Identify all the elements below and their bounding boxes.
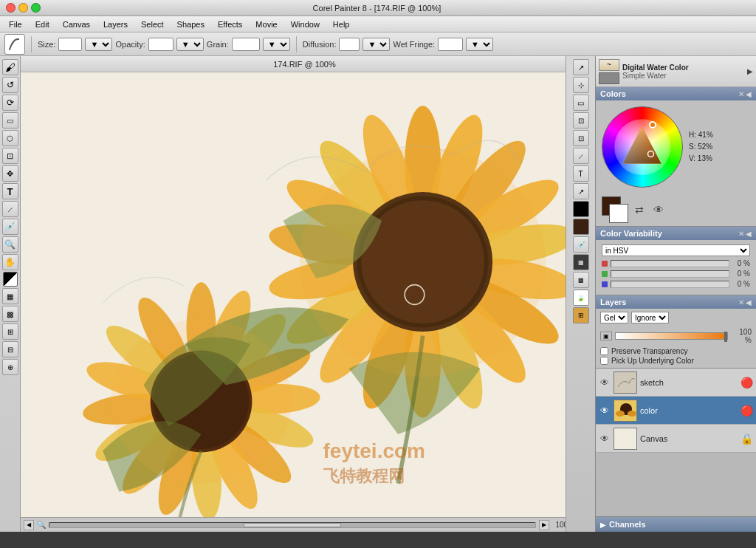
diffusion-input[interactable]: 0 — [339, 38, 360, 51]
menu-edit[interactable]: Edit — [30, 18, 55, 30]
canvas-tool-6[interactable]: ⟋ — [573, 148, 589, 164]
pick-up-checkbox[interactable] — [600, 357, 608, 365]
preserve-transparency-label: Preserve Transparency — [611, 347, 687, 355]
transform-tool[interactable]: ⟳ — [2, 95, 18, 111]
menu-window[interactable]: Window — [285, 18, 326, 30]
color-var-icons: ✕ ◀ — [738, 230, 752, 238]
opacity-dropdown[interactable]: ▼ — [176, 38, 204, 51]
size-input[interactable]: 8.3 — [58, 38, 82, 51]
nozzle-tool[interactable]: ⊟ — [2, 341, 18, 357]
move-tool[interactable]: ✥ — [2, 165, 18, 182]
close-button[interactable] — [6, 3, 16, 13]
scroll-right-btn[interactable]: ▶ — [539, 520, 549, 530]
diffusion-dropdown[interactable]: ▼ — [362, 38, 390, 51]
cv-mode-select[interactable]: in HSV — [602, 244, 750, 256]
cv-s-slider[interactable] — [611, 270, 729, 278]
colors-panel-options[interactable]: ◀ — [746, 90, 752, 98]
layers-panel-header[interactable]: Layers ✕ ◀ — [596, 295, 756, 309]
scroll-track-h[interactable] — [49, 522, 536, 528]
scroll-left-btn[interactable]: ◀ — [24, 520, 34, 530]
selection-lasso-tool[interactable]: ⬡ — [2, 130, 18, 146]
menu-movie[interactable]: Movie — [250, 18, 283, 30]
opacity-select[interactable]: ▼ — [85, 38, 112, 51]
wet-fringe-input[interactable]: 18% — [438, 38, 463, 51]
hand-tool[interactable]: ✋ — [2, 254, 18, 270]
canvas-tool-8[interactable]: ↗ — [573, 183, 589, 199]
grain-input[interactable]: 100% — [232, 38, 260, 51]
layer-eye-sketch[interactable]: 👁 — [599, 377, 611, 388]
color-triangle[interactable] — [619, 123, 667, 171]
canvas-color-1[interactable] — [573, 201, 589, 217]
canvas-brush-2[interactable]: ⊞ — [573, 307, 589, 323]
color-var-close[interactable]: ✕ — [738, 230, 744, 238]
gradient-tool[interactable]: ▦ — [2, 288, 18, 304]
foreground-background-color[interactable] — [602, 196, 628, 223]
layer-item-sketch[interactable]: 👁 sketch 🔴 — [596, 369, 756, 397]
maximize-button[interactable] — [31, 3, 41, 13]
layer-eye-color[interactable]: 👁 — [599, 405, 611, 417]
channels-bar[interactable]: ▶ Channels — [596, 517, 756, 532]
color-var-options[interactable]: ◀ — [746, 230, 752, 238]
canvas-tool-3[interactable]: ▭ — [573, 95, 589, 111]
colors-panel-close[interactable]: ✕ — [738, 90, 744, 98]
blend-mode-select[interactable]: Gel — [600, 312, 628, 323]
magnifier-tool[interactable]: 🔍 — [2, 236, 18, 253]
menu-effects[interactable]: Effects — [212, 18, 248, 30]
text-tool[interactable]: T — [2, 183, 18, 199]
crop-tool[interactable]: ⊡ — [2, 148, 18, 164]
layer-opacity-slider[interactable] — [615, 332, 728, 340]
canvas-tool-7[interactable]: T — [573, 165, 589, 182]
opacity-input[interactable]: 29% — [148, 38, 173, 51]
layers-panel-options[interactable]: ◀ — [746, 298, 752, 306]
channels-toggle[interactable]: ▶ — [600, 521, 606, 529]
menu-canvas[interactable]: Canvas — [57, 18, 96, 30]
brush-thumb2[interactable] — [599, 72, 619, 84]
pen-tool[interactable]: ⟋ — [2, 201, 18, 217]
canvas-eyedrop[interactable]: 💉 — [573, 236, 589, 253]
canvas-fill-1[interactable]: ▦ — [573, 254, 589, 270]
weave-tool[interactable]: ⊞ — [2, 323, 18, 340]
eyedropper-tool[interactable]: 💉 — [2, 219, 18, 235]
color-wheel[interactable] — [602, 106, 683, 188]
grain-dropdown[interactable]: ▼ — [263, 38, 290, 51]
color-var-header[interactable]: Color Variability ✕ ◀ — [596, 227, 756, 240]
canvas-color-2[interactable] — [573, 219, 589, 235]
wet-fringe-dropdown[interactable]: ▼ — [466, 38, 493, 51]
rotate-tool[interactable]: ↺ — [2, 77, 18, 93]
canvas-tool-2[interactable]: ⊹ — [573, 77, 589, 93]
menu-shapes[interactable]: Shapes — [171, 18, 210, 30]
canvas-tool-4[interactable]: ⊡ — [573, 112, 589, 129]
clone-color-icon[interactable]: 👁 — [650, 202, 667, 218]
canvas-fill-2[interactable]: ▩ — [573, 272, 589, 288]
colors-panel-header[interactable]: Colors ✕ ◀ — [596, 87, 756, 100]
layer-eye-canvas[interactable]: 👁 — [599, 433, 611, 445]
brush-thumb1[interactable]: ~ — [599, 59, 619, 71]
canvas-tool-5[interactable]: ⊡ — [573, 130, 589, 146]
layer-item-canvas[interactable]: 👁 Canvas 🔒 — [596, 425, 756, 453]
composite-select[interactable]: Ignore — [631, 312, 669, 323]
cv-v-slider[interactable] — [611, 281, 729, 288]
menu-select[interactable]: Select — [135, 18, 170, 30]
menu-file[interactable]: File — [3, 18, 28, 30]
background-color[interactable] — [609, 204, 628, 223]
cv-h-slider[interactable] — [611, 260, 729, 267]
color-tool[interactable] — [3, 272, 18, 287]
preserve-transparency-checkbox[interactable] — [600, 347, 608, 355]
layers-panel-close[interactable]: ✕ — [738, 298, 744, 306]
layer-item-color[interactable]: 👁 color 🔴 — [596, 397, 756, 425]
cv-h-value: 0 % — [732, 259, 750, 267]
minimize-button[interactable] — [18, 3, 28, 13]
menu-layers[interactable]: Layers — [97, 18, 134, 30]
leaf-tool[interactable]: ⊕ — [2, 359, 18, 375]
canvas-tool-1[interactable]: ↗ — [573, 59, 589, 75]
pattern-tool[interactable]: ▩ — [2, 306, 18, 322]
canvas-drawing-area[interactable]: feytei.com飞特教程网 — [21, 72, 595, 517]
color-variability-panel: Color Variability ✕ ◀ in HSV 0 — [596, 227, 756, 295]
swap-colors-icon[interactable]: ⇄ — [631, 202, 647, 218]
brush-preview[interactable] — [4, 34, 25, 55]
menu-help[interactable]: Help — [327, 18, 356, 30]
brush-expand-btn[interactable]: ▶ — [747, 67, 753, 75]
canvas-brush-1[interactable]: 🍃 — [573, 290, 589, 306]
brush-tool[interactable]: 🖌 — [2, 59, 18, 75]
selection-rect-tool[interactable]: ▭ — [2, 112, 18, 129]
